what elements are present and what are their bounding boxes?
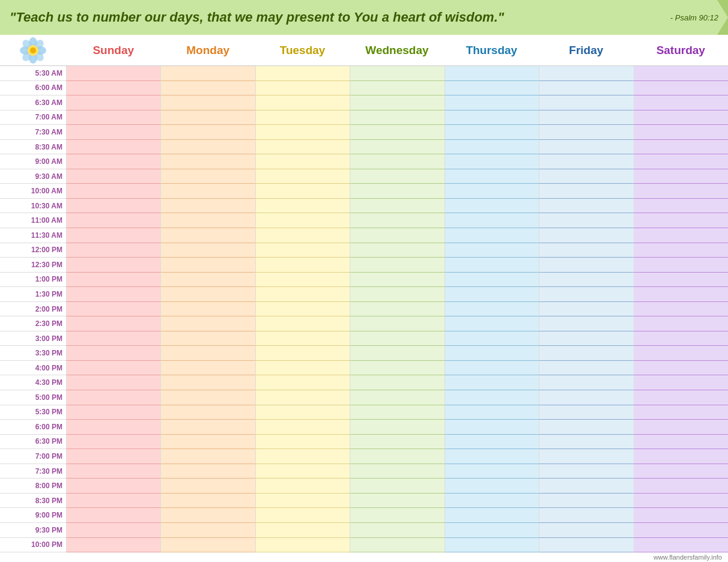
schedule-cell[interactable] <box>255 523 350 538</box>
schedule-cell[interactable] <box>444 420 539 435</box>
schedule-cell[interactable] <box>66 66 160 81</box>
schedule-cell[interactable] <box>350 287 444 302</box>
schedule-cell[interactable] <box>444 479 539 494</box>
schedule-cell[interactable] <box>539 435 633 450</box>
schedule-cell[interactable] <box>350 479 444 494</box>
schedule-cell[interactable] <box>160 140 255 155</box>
schedule-cell[interactable] <box>444 213 539 228</box>
schedule-cell[interactable] <box>66 420 160 435</box>
schedule-cell[interactable] <box>255 464 350 479</box>
schedule-cell[interactable] <box>634 66 728 81</box>
schedule-cell[interactable] <box>160 81 255 96</box>
schedule-cell[interactable] <box>160 390 255 405</box>
schedule-cell[interactable] <box>634 538 728 553</box>
schedule-cell[interactable] <box>444 375 539 390</box>
schedule-cell[interactable] <box>539 494 633 509</box>
schedule-cell[interactable] <box>66 435 160 450</box>
schedule-cell[interactable] <box>160 405 255 420</box>
schedule-cell[interactable] <box>539 243 633 258</box>
schedule-cell[interactable] <box>634 302 728 317</box>
schedule-cell[interactable] <box>539 228 633 243</box>
schedule-cell[interactable] <box>255 228 350 243</box>
schedule-cell[interactable] <box>350 273 444 288</box>
schedule-cell[interactable] <box>539 405 633 420</box>
schedule-cell[interactable] <box>160 199 255 214</box>
schedule-cell[interactable] <box>160 169 255 184</box>
schedule-cell[interactable] <box>444 316 539 331</box>
schedule-cell[interactable] <box>66 95 160 110</box>
schedule-cell[interactable] <box>160 361 255 376</box>
schedule-cell[interactable] <box>539 199 633 214</box>
schedule-cell[interactable] <box>350 184 444 199</box>
schedule-cell[interactable] <box>634 361 728 376</box>
schedule-cell[interactable] <box>66 538 160 553</box>
schedule-cell[interactable] <box>255 405 350 420</box>
schedule-cell[interactable] <box>539 81 633 96</box>
schedule-cell[interactable] <box>160 449 255 464</box>
schedule-cell[interactable] <box>634 464 728 479</box>
schedule-cell[interactable] <box>444 140 539 155</box>
schedule-cell[interactable] <box>350 361 444 376</box>
schedule-cell[interactable] <box>539 302 633 317</box>
schedule-cell[interactable] <box>350 523 444 538</box>
schedule-cell[interactable] <box>160 273 255 288</box>
schedule-cell[interactable] <box>255 169 350 184</box>
schedule-cell[interactable] <box>350 199 444 214</box>
schedule-cell[interactable] <box>444 184 539 199</box>
schedule-cell[interactable] <box>350 66 444 81</box>
schedule-cell[interactable] <box>255 154 350 169</box>
schedule-cell[interactable] <box>350 243 444 258</box>
schedule-cell[interactable] <box>634 154 728 169</box>
schedule-cell[interactable] <box>444 346 539 361</box>
schedule-cell[interactable] <box>634 184 728 199</box>
schedule-cell[interactable] <box>539 420 633 435</box>
schedule-cell[interactable] <box>255 361 350 376</box>
schedule-cell[interactable] <box>255 184 350 199</box>
schedule-cell[interactable] <box>66 361 160 376</box>
schedule-cell[interactable] <box>255 140 350 155</box>
schedule-cell[interactable] <box>255 110 350 125</box>
schedule-cell[interactable] <box>66 375 160 390</box>
schedule-cell[interactable] <box>444 508 539 523</box>
schedule-cell[interactable] <box>255 66 350 81</box>
schedule-cell[interactable] <box>539 331 633 346</box>
schedule-cell[interactable] <box>66 316 160 331</box>
schedule-cell[interactable] <box>350 169 444 184</box>
schedule-cell[interactable] <box>160 346 255 361</box>
schedule-cell[interactable] <box>66 287 160 302</box>
schedule-cell[interactable] <box>539 169 633 184</box>
schedule-cell[interactable] <box>539 464 633 479</box>
schedule-cell[interactable] <box>444 243 539 258</box>
schedule-cell[interactable] <box>634 125 728 140</box>
schedule-cell[interactable] <box>539 110 633 125</box>
schedule-cell[interactable] <box>66 494 160 509</box>
schedule-cell[interactable] <box>350 435 444 450</box>
schedule-cell[interactable] <box>444 258 539 273</box>
schedule-cell[interactable] <box>255 81 350 96</box>
schedule-cell[interactable] <box>255 287 350 302</box>
schedule-cell[interactable] <box>160 258 255 273</box>
schedule-cell[interactable] <box>634 169 728 184</box>
schedule-cell[interactable] <box>255 508 350 523</box>
schedule-cell[interactable] <box>539 508 633 523</box>
schedule-cell[interactable] <box>539 140 633 155</box>
schedule-cell[interactable] <box>634 110 728 125</box>
schedule-cell[interactable] <box>255 479 350 494</box>
schedule-cell[interactable] <box>66 199 160 214</box>
schedule-cell[interactable] <box>160 110 255 125</box>
schedule-cell[interactable] <box>444 302 539 317</box>
schedule-cell[interactable] <box>444 361 539 376</box>
schedule-cell[interactable] <box>634 449 728 464</box>
schedule-cell[interactable] <box>634 375 728 390</box>
schedule-cell[interactable] <box>66 346 160 361</box>
schedule-cell[interactable] <box>160 523 255 538</box>
schedule-cell[interactable] <box>350 228 444 243</box>
schedule-cell[interactable] <box>539 361 633 376</box>
schedule-cell[interactable] <box>634 523 728 538</box>
schedule-cell[interactable] <box>539 375 633 390</box>
schedule-cell[interactable] <box>66 169 160 184</box>
schedule-cell[interactable] <box>255 243 350 258</box>
schedule-cell[interactable] <box>255 390 350 405</box>
schedule-cell[interactable] <box>160 287 255 302</box>
schedule-cell[interactable] <box>350 331 444 346</box>
